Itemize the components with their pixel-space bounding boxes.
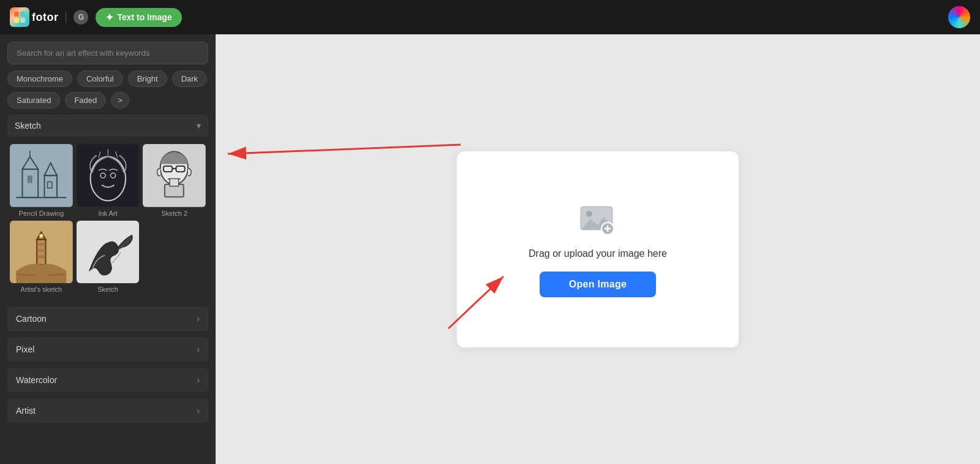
pixel-category[interactable]: Pixel › [7,337,208,362]
svg-rect-1 [20,12,25,17]
svg-rect-32 [37,255,45,258]
user-avatar[interactable] [948,6,970,28]
ink-art-label: Ink Art [98,210,117,217]
art-item-ink-art[interactable]: Ink Art [77,144,140,217]
search-input[interactable] [7,42,208,64]
sketch-category-content: Pencil Drawing [7,137,208,300]
sketch-thumb [77,221,140,284]
pixel-chevron-right-icon: › [197,344,200,354]
artists-sketch-thumb [10,221,73,284]
tag-saturated[interactable]: Saturated [7,92,60,108]
art-item-pencil-drawing[interactable]: Pencil Drawing [10,144,73,217]
svg-line-39 [228,145,461,154]
svg-rect-31 [37,249,45,252]
content-area: Drag or upload your image here Open Imag… [216,34,980,464]
tag-monochrome[interactable]: Monochrome [7,70,72,87]
main-area: Monochrome Colorful Bright Dark Saturate… [0,34,980,464]
tag-bright[interactable]: Bright [128,70,167,87]
pencil-drawing-thumb [10,144,73,207]
artist-label: Artist [16,406,36,416]
watercolor-category[interactable]: Watercolor › [7,368,208,392]
text-to-image-icon: ✦ [105,12,113,23]
svg-rect-2 [14,18,19,23]
chevron-down-icon: ▾ [197,121,201,131]
open-image-button[interactable]: Open Image [540,272,657,297]
art-item-sketch2[interactable]: Sketch 2 [143,144,206,217]
svg-rect-30 [37,243,45,246]
text-to-image-button[interactable]: ✦ Text to Image [96,8,181,27]
art-item-artists-sketch[interactable]: Artist's sketch [10,221,73,294]
svg-point-42 [586,211,592,217]
artists-sketch-label: Artist's sketch [21,286,62,293]
fotor-logo[interactable]: fotor [10,7,58,27]
sketch-section: Sketch ▾ [7,115,208,300]
g-icon: G [74,10,88,25]
cartoon-label: Cartoon [16,314,47,324]
logo-area: fotor G [10,7,88,27]
tag-colorful[interactable]: Colorful [77,70,123,87]
tag-more-button[interactable]: > [111,92,129,108]
drag-upload-text: Drag or upload your image here [529,248,667,259]
tag-faded[interactable]: Faded [65,92,106,108]
svg-rect-26 [170,178,178,186]
fotor-logo-icon [10,7,29,27]
sketch-label: Sketch [97,286,118,293]
upload-card: Drag or upload your image here Open Imag… [457,151,739,348]
header-divider [66,11,66,23]
svg-point-33 [39,234,43,237]
pencil-drawing-label: Pencil Drawing [19,210,64,217]
header: fotor G ✦ Text to Image [0,0,980,34]
svg-rect-3 [20,18,25,23]
sketch2-label: Sketch 2 [161,210,187,217]
upload-icon [578,202,617,236]
cartoon-category[interactable]: Cartoon › [7,306,208,331]
filter-tags: Monochrome Colorful Bright Dark Saturate… [7,70,208,108]
artist-category[interactable]: Artist › [7,398,208,423]
sketch-category-title: Sketch [15,121,41,131]
ink-art-thumb [77,144,140,207]
watercolor-label: Watercolor [16,375,57,385]
sketch2-thumb [143,144,206,207]
sidebar: Monochrome Colorful Bright Dark Saturate… [0,34,216,464]
watercolor-chevron-right-icon: › [197,375,200,385]
sketch-art-grid: Pencil Drawing [7,142,208,295]
text-to-image-label: Text to Image [117,12,172,22]
artist-chevron-right-icon: › [197,406,200,416]
sketch-category-header[interactable]: Sketch ▾ [7,115,208,137]
cartoon-chevron-right-icon: › [197,314,200,324]
upload-icon-area [578,202,617,236]
tag-dark[interactable]: Dark [172,70,207,87]
svg-rect-0 [14,12,19,17]
svg-rect-10 [28,175,32,183]
art-item-sketch[interactable]: Sketch [77,221,140,294]
fotor-logo-text: fotor [32,11,58,24]
pixel-label: Pixel [16,344,34,354]
